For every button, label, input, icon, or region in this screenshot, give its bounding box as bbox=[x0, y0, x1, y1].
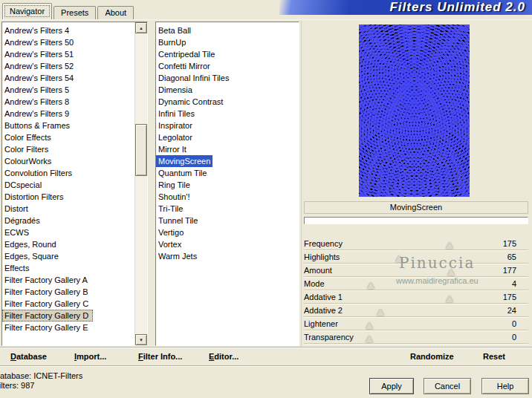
slider-value: 24 bbox=[487, 306, 528, 315]
filter-item[interactable]: Legolator bbox=[156, 131, 195, 143]
slider-row: Addative 1 175 bbox=[304, 290, 528, 304]
slider-thumb[interactable] bbox=[366, 322, 373, 329]
category-item[interactable]: Distort bbox=[2, 203, 147, 215]
category-item[interactable]: Andrew's Filters 5 bbox=[2, 84, 147, 96]
category-item[interactable]: Andrew's Filters 8 bbox=[2, 96, 147, 108]
slider-track[interactable] bbox=[369, 237, 487, 249]
scroll-up-icon[interactable]: ▲ bbox=[135, 22, 147, 33]
filter-list: Beta BallBurnUpCentripedal TileConfetti … bbox=[155, 22, 299, 346]
filter-item[interactable]: Dynamic Contrast bbox=[156, 96, 225, 108]
slider-value: 175 bbox=[487, 239, 528, 248]
separator bbox=[0, 365, 532, 367]
slider-thumb[interactable] bbox=[366, 336, 373, 342]
preview-panel: MovingScreen Frequency 175 Highlights 65… bbox=[301, 21, 532, 348]
cancel-button[interactable]: Cancel bbox=[424, 378, 471, 394]
filter-item[interactable]: Vortex bbox=[156, 238, 184, 250]
category-item[interactable]: Distortion Filters bbox=[2, 191, 147, 203]
randomize-button[interactable]: Randomize bbox=[410, 352, 454, 361]
filter-item[interactable]: BurnUp bbox=[156, 36, 188, 48]
slider-thumb[interactable] bbox=[377, 309, 384, 316]
category-item[interactable]: Edges, Round bbox=[2, 238, 147, 250]
slider-thumb[interactable] bbox=[367, 282, 374, 289]
help-button[interactable]: Help bbox=[481, 378, 529, 394]
slider-track[interactable] bbox=[369, 304, 487, 316]
filter-item[interactable]: Inspirator bbox=[156, 120, 195, 131]
category-item[interactable]: Filter Factory Gallery E bbox=[2, 322, 147, 333]
filter-item[interactable]: Ring Tile bbox=[156, 179, 192, 191]
database-value: ICNET-Filters bbox=[33, 371, 82, 380]
filter-item[interactable]: Centripedal Tile bbox=[156, 48, 217, 60]
slider-track[interactable] bbox=[369, 330, 487, 343]
category-item[interactable]: Filter Factory Gallery D bbox=[2, 310, 93, 322]
filter-item[interactable]: Beta Ball bbox=[156, 25, 193, 36]
category-item[interactable]: Color Effects bbox=[2, 131, 147, 143]
slider-value: 175 bbox=[487, 293, 528, 301]
slider-value: 4 bbox=[487, 279, 528, 288]
filter-info-menu-item[interactable]: Filter Info... bbox=[138, 352, 182, 361]
tab-about[interactable]: About bbox=[97, 6, 134, 19]
slider-value: 0 bbox=[487, 319, 528, 328]
watermark-name: Pinuccia bbox=[399, 254, 475, 272]
slider-value: 65 bbox=[487, 252, 528, 261]
scrollbar-thumb[interactable] bbox=[135, 124, 147, 176]
slider-label: Transparency bbox=[304, 333, 369, 342]
preview-image[interactable] bbox=[359, 25, 470, 197]
slider-track[interactable] bbox=[369, 290, 487, 303]
category-item[interactable]: Andrew's Filters 9 bbox=[2, 108, 147, 120]
filter-item[interactable]: Vertigo bbox=[156, 226, 186, 238]
category-item[interactable]: Edges, Square bbox=[2, 250, 147, 262]
slider-thumb[interactable] bbox=[446, 242, 453, 249]
filter-item[interactable]: Diagonal Infini Tiles bbox=[156, 72, 231, 84]
category-item[interactable]: DCspecial bbox=[2, 179, 147, 191]
slider-track[interactable] bbox=[369, 317, 487, 330]
slider-group: Frequency 175 Highlights 65 Amount bbox=[304, 237, 528, 344]
slider-label: Highlights bbox=[304, 252, 369, 261]
editor-menu-item[interactable]: Editor... bbox=[209, 352, 239, 361]
import-menu-item[interactable]: Import... bbox=[74, 352, 106, 361]
category-item[interactable]: Dégradés bbox=[2, 215, 147, 226]
slider-value: 177 bbox=[487, 266, 528, 275]
filter-item[interactable]: Warm Jets bbox=[156, 250, 199, 262]
slider-thumb[interactable] bbox=[446, 296, 453, 302]
category-scrollbar[interactable]: ▲ ▼ bbox=[134, 22, 147, 345]
category-item[interactable]: Andrew's Filters 4 bbox=[2, 25, 147, 36]
filter-item[interactable]: Dimensia bbox=[156, 84, 195, 96]
filters-unlimited-dialog: Filters Unlimited 2.0 Navigator Presets … bbox=[0, 0, 532, 398]
category-item[interactable]: Color Filters bbox=[2, 143, 147, 155]
category-item[interactable]: Filter Factory Gallery C bbox=[2, 298, 147, 310]
filter-item[interactable]: Tri-Tile bbox=[156, 203, 185, 215]
filter-item[interactable]: Tunnel Tile bbox=[156, 215, 200, 226]
category-item[interactable]: Effects bbox=[2, 262, 147, 274]
filter-item[interactable]: Shoutin'! bbox=[156, 191, 192, 203]
reset-button[interactable]: Reset bbox=[483, 352, 505, 361]
separator bbox=[0, 347, 532, 348]
slider-row: Transparency 0 bbox=[304, 330, 528, 344]
scroll-down-icon[interactable]: ▼ bbox=[135, 334, 147, 345]
database-menu-item[interactable]: Database bbox=[10, 352, 47, 361]
database-label: Database: bbox=[0, 371, 31, 380]
menu-row: Database Import... Filter Info... Editor… bbox=[0, 349, 532, 365]
category-item[interactable]: Filter Factory Gallery A bbox=[2, 274, 147, 286]
category-item[interactable]: Convolution Filters bbox=[2, 167, 147, 179]
progress-bar bbox=[304, 217, 528, 224]
filter-item[interactable]: Mirror It bbox=[156, 143, 189, 155]
filter-item[interactable]: Infini Tiles bbox=[156, 108, 197, 120]
filter-item[interactable]: Quantum Tile bbox=[156, 167, 209, 179]
category-item[interactable]: Andrew's Filters 52 bbox=[2, 60, 147, 72]
category-item[interactable]: Andrew's Filters 51 bbox=[2, 48, 147, 60]
preview-caption: MovingScreen bbox=[304, 201, 528, 214]
slider-label: Amount bbox=[304, 266, 369, 275]
tab-presets[interactable]: Presets bbox=[53, 6, 96, 19]
category-item[interactable]: ColourWorks bbox=[2, 155, 147, 167]
category-item[interactable]: Buttons & Frames bbox=[2, 120, 147, 131]
category-list: Andrew's Filters 4Andrew's Filters 50And… bbox=[1, 22, 148, 346]
filter-item[interactable]: MovingScreen bbox=[156, 155, 213, 167]
category-item[interactable]: Andrew's Filters 50 bbox=[2, 36, 147, 48]
tab-navigator[interactable]: Navigator bbox=[2, 3, 52, 19]
filter-item[interactable]: Confetti Mirror bbox=[156, 60, 213, 72]
category-item[interactable]: Andrew's Filters 54 bbox=[2, 72, 147, 84]
category-item[interactable]: Filter Factory Gallery B bbox=[2, 286, 147, 298]
apply-button[interactable]: Apply bbox=[369, 378, 414, 394]
status-database: Database: ICNET-Filters bbox=[0, 371, 82, 381]
category-item[interactable]: ECWS bbox=[2, 226, 147, 238]
